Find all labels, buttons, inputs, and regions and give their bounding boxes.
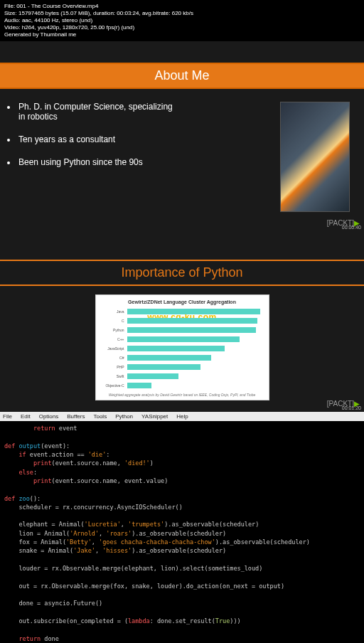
meta-video: Video: h264, yuv420p, 1280x720, 25.00 fp… (4, 24, 360, 31)
slide-importance-python: Importance of Python Gewirtz/ZDNet Langu… (0, 260, 364, 412)
chart-bar-row: PHP (102, 364, 263, 370)
meta-audio: Audio: aac, 44100 Hz, stereo (und) (4, 17, 360, 24)
chart-bar-label: JavaScript (102, 346, 127, 351)
chart-bar-row: JavaScript (102, 346, 263, 351)
bullet-item: Been using Python since the 90s (17, 157, 280, 167)
menu-yasnippet[interactable]: YASnippet (141, 413, 168, 420)
menu-python[interactable]: Python (115, 413, 133, 420)
chart-bar-row: C++ (102, 336, 263, 342)
menu-options[interactable]: Options (39, 413, 59, 420)
menu-help[interactable]: Help (176, 413, 188, 420)
chart-bar-label: Java (102, 309, 127, 314)
bullet-item: Ten years as a consultant (17, 134, 280, 144)
chart-bar-label: C# (102, 356, 127, 360)
menu-edit[interactable]: Edit (21, 413, 31, 420)
chart-bar-fill (127, 383, 151, 388)
menu-file[interactable]: File (3, 413, 12, 420)
chart-bar-label: Objective-C (102, 383, 127, 388)
chart-bar-label: Python (102, 328, 127, 332)
slide1-title: About Me (0, 63, 364, 89)
code-editor[interactable]: return event def output(event): if event… (0, 421, 364, 643)
meta-file: File: 001 - The Course Overview.mp4 (4, 3, 360, 10)
chart-footnote: Weighted aggregate analysis by David Gew… (102, 393, 263, 397)
slide-about-me: About Me Ph. D. in Computer Science, spe… (0, 63, 364, 231)
menu-buffers[interactable]: Buffers (67, 413, 85, 420)
meta-gen: Generated by Thumbnail me (4, 31, 360, 38)
chart-bar-label: C++ (102, 337, 127, 341)
chart-bar-label: C (102, 319, 127, 323)
chart-bar-label: Swift (102, 374, 127, 378)
chart-bar-label: PHP (102, 365, 127, 369)
video-metadata: File: 001 - The Course Overview.mp4 Size… (0, 0, 364, 41)
bullet-item: Ph. D. in Computer Science, specializing… (17, 102, 181, 122)
meta-size: Size: 15797465 bytes (15.07 MiB), durati… (4, 10, 360, 17)
chart-bar-row: Python (102, 327, 263, 333)
slide1-timestamp: 00:00:40 (342, 225, 361, 230)
chart-bar-fill (127, 373, 179, 379)
chart-bar-fill (127, 364, 200, 370)
slide2-timestamp: 00:01:20 (342, 405, 361, 410)
chart-bar-row: Java (102, 309, 263, 314)
chart-title: Gewirtz/ZDNet Language Cluster Aggregati… (102, 299, 263, 304)
chart-bar-fill (127, 336, 240, 342)
editor-menubar[interactable]: File Edit Options Buffers Tools Python Y… (0, 412, 364, 421)
chart-bar-fill (127, 318, 257, 324)
chart-bar-fill (127, 346, 225, 351)
chart-bar-fill (127, 355, 211, 361)
chart-bar-fill (127, 309, 260, 314)
slide2-title: Importance of Python (0, 260, 364, 286)
chart-bar-fill (127, 327, 256, 333)
speaker-photo (280, 102, 350, 212)
chart-bar-row: Swift (102, 373, 263, 379)
slide1-bullets: Ph. D. in Computer Science, specializing… (10, 102, 280, 224)
chart-bar-row: Objective-C (102, 383, 263, 388)
language-chart: Gewirtz/ZDNet Language Cluster Aggregati… (95, 294, 269, 400)
chart-bar-row: C# (102, 355, 263, 361)
menu-tools[interactable]: Tools (93, 413, 107, 420)
chart-bar-row: C (102, 318, 263, 324)
